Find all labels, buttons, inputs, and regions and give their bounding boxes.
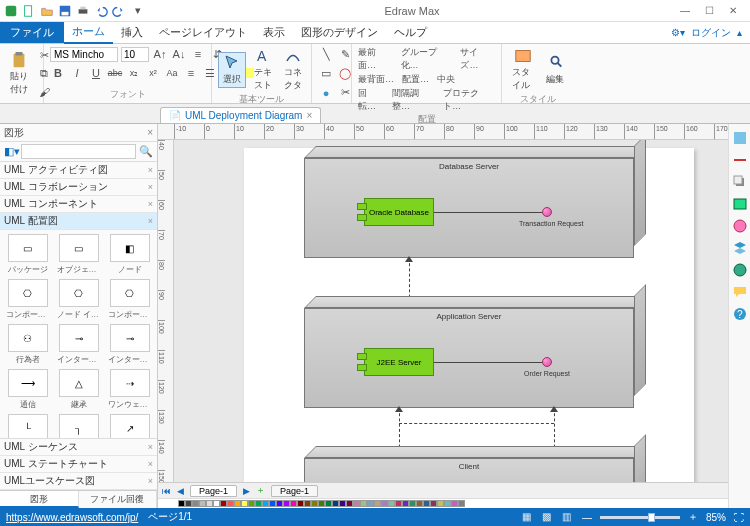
color-swatch[interactable] bbox=[416, 500, 423, 507]
color-swatch[interactable] bbox=[255, 500, 262, 507]
qat-new-icon[interactable] bbox=[22, 4, 36, 18]
color-swatch[interactable] bbox=[423, 500, 430, 507]
page-next-icon[interactable]: ▶ bbox=[243, 486, 250, 496]
shape-category[interactable]: UMLユースケース図× bbox=[0, 473, 157, 490]
zoom-slider[interactable] bbox=[600, 516, 680, 519]
color-swatch[interactable] bbox=[402, 500, 409, 507]
color-swatch[interactable] bbox=[353, 500, 360, 507]
superscript-button[interactable]: x² bbox=[145, 65, 161, 81]
shape-item[interactable]: ▭オブジェクト bbox=[55, 234, 102, 275]
category-close-icon[interactable]: × bbox=[148, 182, 153, 192]
color-swatch[interactable] bbox=[290, 500, 297, 507]
color-swatch[interactable] bbox=[339, 500, 346, 507]
italic-button[interactable]: I bbox=[69, 65, 85, 81]
color-swatch[interactable] bbox=[437, 500, 444, 507]
qat-redo-icon[interactable] bbox=[112, 4, 126, 18]
color-swatch[interactable] bbox=[234, 500, 241, 507]
shapes-panel-close-icon[interactable]: × bbox=[147, 127, 153, 138]
view-mode3-icon[interactable]: ▥ bbox=[562, 511, 574, 523]
paste-button[interactable]: 貼り付け bbox=[6, 50, 32, 97]
close-button[interactable]: ✕ bbox=[726, 5, 740, 16]
fit-page-icon[interactable]: ⛶ bbox=[734, 512, 744, 523]
shape-item[interactable]: ⚇行為者 bbox=[4, 324, 51, 365]
color-swatch[interactable] bbox=[227, 500, 234, 507]
panel-tab-recovery[interactable]: ファイル回復 bbox=[79, 491, 158, 508]
shapes-search-input[interactable] bbox=[21, 144, 136, 159]
line-tool-icon[interactable]: ╲ bbox=[318, 47, 334, 63]
color-swatch[interactable] bbox=[283, 500, 290, 507]
center-button[interactable]: 中央 bbox=[437, 73, 455, 86]
color-swatch[interactable] bbox=[430, 500, 437, 507]
tab-help[interactable]: ヘルプ bbox=[386, 22, 435, 43]
login-link[interactable]: ログイン bbox=[691, 26, 731, 40]
rect-shape-icon[interactable]: ▭ bbox=[318, 66, 334, 82]
underline-button[interactable]: U bbox=[88, 65, 104, 81]
page-tab[interactable]: Page-1 bbox=[271, 485, 318, 497]
shape-item[interactable]: ⎔ノード インス… bbox=[55, 279, 102, 320]
page-add-icon[interactable]: ＋ bbox=[256, 484, 265, 497]
shape-item[interactable]: ⊸インターフェ… bbox=[106, 324, 153, 365]
color-swatch[interactable] bbox=[388, 500, 395, 507]
bold-button[interactable]: B bbox=[50, 65, 66, 81]
shape-category[interactable]: UML シーケンス× bbox=[0, 439, 157, 456]
shape-item[interactable]: ⊸インターフェ… bbox=[55, 324, 102, 365]
case-button[interactable]: Aa bbox=[164, 65, 180, 81]
shadow-icon[interactable] bbox=[732, 174, 748, 190]
spacing-button[interactable]: 間隔調整… bbox=[392, 87, 435, 113]
color-swatch[interactable] bbox=[220, 500, 227, 507]
maximize-button[interactable]: ☐ bbox=[702, 5, 716, 16]
shape-item[interactable]: ◧ノード bbox=[106, 234, 153, 275]
comment-icon[interactable] bbox=[732, 284, 748, 300]
shape-item[interactable]: ▭パッケージ bbox=[4, 234, 51, 275]
color-swatch[interactable] bbox=[451, 500, 458, 507]
shape-item[interactable]: ⎔コンポーネント bbox=[4, 279, 51, 320]
send-back-button[interactable]: 最背面… bbox=[358, 73, 394, 86]
protect-button[interactable]: プロテクト… bbox=[443, 87, 495, 113]
zoom-thumb[interactable] bbox=[648, 513, 655, 522]
style-button[interactable]: スタイル bbox=[508, 46, 538, 93]
filled-circle-icon[interactable]: ● bbox=[318, 85, 334, 101]
color-swatch[interactable] bbox=[381, 500, 388, 507]
shape-item[interactable]: △継承 bbox=[55, 369, 102, 410]
zoom-in-icon[interactable]: ＋ bbox=[688, 510, 698, 524]
status-url[interactable]: https://www.edrawsoft.com/jp/ bbox=[6, 512, 138, 523]
tab-view[interactable]: 表示 bbox=[255, 22, 293, 43]
minimize-button[interactable]: — bbox=[678, 5, 692, 16]
page-first-icon[interactable]: ⏮ bbox=[162, 486, 171, 496]
size-button[interactable]: サイズ… bbox=[460, 46, 495, 72]
shape-category[interactable]: UML コンポーネント× bbox=[0, 196, 157, 213]
shape-lib-icon[interactable]: ◧▾ bbox=[4, 145, 18, 158]
category-close-icon[interactable]: × bbox=[148, 442, 153, 452]
color-swatch[interactable] bbox=[248, 500, 255, 507]
subscript-button[interactable]: x₂ bbox=[126, 65, 142, 81]
component-j2ee[interactable]: J2EE Server bbox=[364, 348, 434, 376]
bring-front-button[interactable]: 最前面… bbox=[358, 46, 393, 72]
align-left-icon[interactable]: ≡ bbox=[183, 65, 199, 81]
layers-icon[interactable] bbox=[732, 240, 748, 256]
qat-open-icon[interactable] bbox=[40, 4, 54, 18]
category-close-icon[interactable]: × bbox=[148, 199, 153, 209]
shape-category[interactable]: UML ステートチャート× bbox=[0, 456, 157, 473]
qat-more-icon[interactable]: ▾ bbox=[130, 3, 146, 19]
doc-tab-close-icon[interactable]: × bbox=[306, 110, 312, 121]
rotate-button[interactable]: 回転… bbox=[358, 87, 384, 113]
font-face-select[interactable] bbox=[50, 47, 118, 62]
color-swatch[interactable] bbox=[367, 500, 374, 507]
ellipse-shape-icon[interactable]: ◯ bbox=[337, 66, 353, 82]
bullets-icon[interactable]: ≡ bbox=[190, 46, 206, 62]
panel-tab-shapes[interactable]: 図形 bbox=[0, 491, 79, 508]
color-swatch[interactable] bbox=[206, 500, 213, 507]
color-swatch[interactable] bbox=[297, 500, 304, 507]
web-icon[interactable] bbox=[732, 262, 748, 278]
shape-item[interactable]: ⟶通信 bbox=[4, 369, 51, 410]
color-swatch[interactable] bbox=[311, 500, 318, 507]
view-mode1-icon[interactable]: ▦ bbox=[522, 511, 534, 523]
group-button[interactable]: グループ化… bbox=[401, 46, 453, 72]
node-client[interactable]: Client Web Browser Swing Application bbox=[304, 458, 634, 482]
shape-item[interactable]: ↗ bbox=[106, 414, 153, 438]
color-swatch[interactable] bbox=[269, 500, 276, 507]
color-swatch[interactable] bbox=[276, 500, 283, 507]
shrink-font-icon[interactable]: A↓ bbox=[171, 46, 187, 62]
tab-insert[interactable]: 挿入 bbox=[113, 22, 151, 43]
category-close-icon[interactable]: × bbox=[148, 459, 153, 469]
